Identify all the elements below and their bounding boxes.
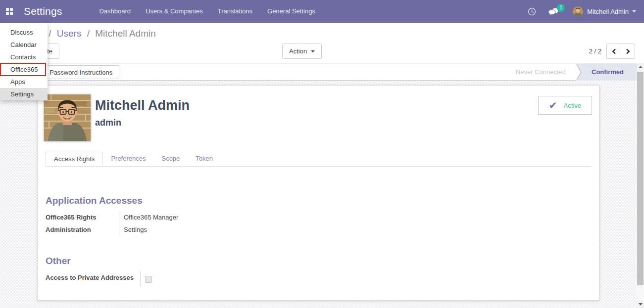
chevron-down-icon xyxy=(632,10,636,12)
status-never-connected[interactable]: Never Connected xyxy=(506,64,576,81)
navbar-menu: Dashboard Users & Companies Translations… xyxy=(92,0,322,23)
apps-menu-item-apps[interactable]: Apps xyxy=(0,76,48,88)
scroll-down-button[interactable] xyxy=(637,301,644,308)
apps-menu-item-discuss[interactable]: Discuss xyxy=(0,26,48,39)
systray: 1 Mitchell Admin xyxy=(516,6,644,17)
field-group-other: Access to Private Addresses xyxy=(46,271,323,287)
triangle-up-icon xyxy=(639,66,643,68)
pager-value: 2 / 2 xyxy=(589,47,601,55)
apps-menu-item-contacts[interactable]: Contacts xyxy=(0,51,48,63)
record-sheet: Mitchell Admin admin ✔ Active Access Rig… xyxy=(37,85,599,301)
form-statusbar: Send Password Instructions Never Connect… xyxy=(0,63,644,81)
tab-scope[interactable]: Scope xyxy=(153,152,188,166)
record-header: Mitchell Admin admin xyxy=(95,97,190,128)
tab-pane-access-rights: Application Accesses Office365 Rights Of… xyxy=(46,166,591,287)
apps-menu-button[interactable] xyxy=(0,0,19,23)
pager-previous-button[interactable] xyxy=(606,44,621,59)
pager-buttons xyxy=(606,44,635,59)
messages-count-badge: 1 xyxy=(557,4,565,12)
form-view-background: Mitchell Admin admin ✔ Active Access Rig… xyxy=(0,81,644,308)
field-private-addresses-cell xyxy=(141,271,323,287)
private-addresses-checkbox[interactable] xyxy=(145,276,152,283)
check-icon: ✔ xyxy=(549,99,557,111)
pager-next-button[interactable] xyxy=(621,44,635,59)
chevron-down-icon xyxy=(311,50,315,52)
apps-menu-item-office365[interactable]: Office365 xyxy=(0,63,48,76)
section-title-other: Other xyxy=(46,256,591,266)
field-group-application-accesses: Office365 Rights Office365 Manager Admin… xyxy=(46,211,323,236)
user-name-label: Mitchell Admin xyxy=(587,8,629,15)
notebook-tabs: Access Rights Preferences Scope Token xyxy=(46,152,591,167)
active-stat-button[interactable]: ✔ Active xyxy=(538,96,592,115)
field-value-office365-rights[interactable]: Office365 Manager xyxy=(119,211,323,223)
status-steps: Never Connected Confirmed xyxy=(506,64,637,81)
chevron-right-icon xyxy=(626,48,630,54)
nav-item-dashboard[interactable]: Dashboard xyxy=(92,0,138,23)
apps-grid-icon xyxy=(6,8,13,15)
control-panel: Dashboard / Users / Mitchell Admin Creat… xyxy=(0,23,644,63)
field-value-administration[interactable]: Settings xyxy=(119,223,323,236)
field-label-office365-rights: Office365 Rights xyxy=(46,211,119,223)
nav-item-translations[interactable]: Translations xyxy=(210,0,260,23)
record-title: Mitchell Admin xyxy=(95,97,190,113)
field-label-administration: Administration xyxy=(46,223,119,236)
triangle-down-icon xyxy=(639,303,643,306)
top-navbar: Settings Dashboard Users & Companies Tra… xyxy=(0,0,644,23)
activities-clock-icon[interactable] xyxy=(528,7,536,16)
apps-dropdown-menu: Discuss Calendar Contacts Office365 Apps… xyxy=(0,23,48,100)
tab-access-rights[interactable]: Access Rights xyxy=(46,152,103,166)
tab-token[interactable]: Token xyxy=(188,152,221,166)
breadcrumb-separator: / xyxy=(87,28,90,39)
field-label-private-addresses: Access to Private Addresses xyxy=(46,271,141,287)
user-menu[interactable]: Mitchell Admin xyxy=(573,6,636,17)
breadcrumb-current-record: Mitchell Admin xyxy=(95,28,156,39)
scrollbar-thumb[interactable] xyxy=(637,72,644,285)
apps-menu-item-settings[interactable]: Settings xyxy=(0,88,48,100)
scroll-up-button[interactable] xyxy=(637,63,644,71)
pager: 2 / 2 xyxy=(589,44,635,59)
user-photo[interactable] xyxy=(44,94,91,141)
action-dropdown-button[interactable]: Action xyxy=(282,44,322,59)
app-brand-title[interactable]: Settings xyxy=(24,5,62,17)
nav-item-users-companies[interactable]: Users & Companies xyxy=(138,0,210,23)
active-label: Active xyxy=(564,102,581,109)
vertical-scrollbar[interactable] xyxy=(637,63,644,308)
tab-preferences[interactable]: Preferences xyxy=(103,152,153,166)
nav-item-general-settings[interactable]: General Settings xyxy=(260,0,323,23)
apps-menu-item-office365-label: Office365 xyxy=(10,66,38,73)
apps-menu-item-calendar[interactable]: Calendar xyxy=(0,39,48,51)
chevron-left-icon xyxy=(612,48,616,54)
breadcrumb-separator: / xyxy=(49,28,51,39)
user-avatar xyxy=(573,6,583,17)
action-label: Action xyxy=(289,47,307,55)
breadcrumb-users[interactable]: Users xyxy=(57,28,82,39)
section-title-application-accesses: Application Accesses xyxy=(46,195,591,206)
status-confirmed[interactable]: Confirmed xyxy=(576,64,637,81)
messages-icon[interactable]: 1 xyxy=(548,7,559,16)
record-login: admin xyxy=(95,118,190,128)
